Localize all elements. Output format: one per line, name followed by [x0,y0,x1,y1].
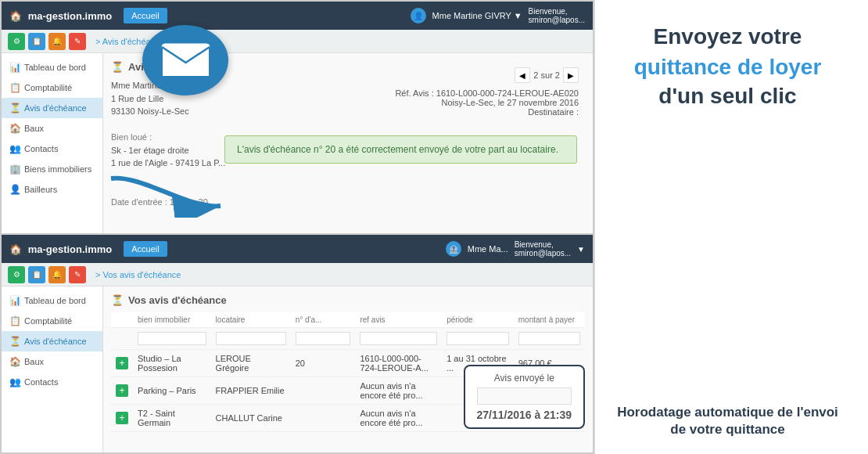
add-row-btn-2[interactable]: + [116,384,128,397]
bottom-toolbar: ⚙ 📋 🔔 ✎ > Vos avis d'échéance [2,263,593,286]
col-montant: montant à payer [514,312,585,328]
add-row-btn-1[interactable]: + [116,357,128,369]
screenshot-bottom: 🏠 ma-gestion.immo Accueil 🏦 Mme Ma... Bi… [0,235,594,454]
timestamp-badge: Avis envoyé le 27/11/2016 à 21:39 [464,365,585,429]
row-bien-2: Parking – Paris [133,377,211,405]
compta-icon-b: 📋 [9,315,20,326]
sidebar-b-baux[interactable]: 🏠 Baux [2,351,102,372]
baux-icon-b: 🏠 [9,356,20,367]
filter-num-input[interactable] [296,332,351,345]
row-locataire-3: CHALLUT Carine [211,405,291,432]
bottom-logo: 🏠 ma-gestion.immo [9,243,112,255]
col-bien: bien immobilier [133,312,211,328]
tb-btn-red[interactable]: ✎ [69,33,86,50]
add-row-btn-3[interactable]: + [116,412,128,424]
dashboard-icon: 📊 [9,62,20,73]
top-header: 🏠 ma-gestion.immo Accueil 👤 Mme Martine … [2,2,593,30]
house-icon: 🏠 [9,10,22,22]
biens-icon: 🏢 [9,164,20,175]
col-periode: période [442,312,514,328]
filter-periode [442,328,514,350]
promo-subtitle: d'un seul clic [658,84,796,109]
row-ref-3: Aucun avis n'a encore été pro... [355,405,442,432]
row-num-2 [291,377,356,405]
email-icon-circle [142,25,228,95]
row-ref-2: Aucun avis n'a encore été pro... [355,377,442,405]
timestamp-value: 27/11/2016 à 21:39 [477,409,572,421]
filter-row [111,328,585,350]
sidebar-item-baux[interactable]: 🏠 Baux [2,118,102,139]
filter-montant-input[interactable] [518,332,580,345]
filter-montant [514,328,585,350]
prev-page-btn[interactable]: ◀ [515,67,530,83]
bottom-table-header-row: bien immobilier locataire n° d'a... ref … [111,312,585,328]
sidebar-b-contacts[interactable]: 👥 Contacts [2,372,102,392]
sidebar-b-compta[interactable]: 📋 Comptabilité [2,311,102,331]
dashboard-icon-b: 📊 [9,295,20,306]
filter-locataire [211,328,291,350]
avis-icon-b: ⏳ [9,336,20,347]
success-message: L'avis d'échéance n° 20 a été correcteme… [224,135,577,164]
user-area-bottom: 🏦 Mme Ma... Bienvenue, smiron@lapos... ▼ [446,240,585,258]
tb-btn-orange-b[interactable]: 🔔 [48,266,66,283]
row-locataire-1: LEROUE Grégoire [211,350,291,377]
tb-btn-blue[interactable]: 📋 [28,33,45,50]
promo-highlight: quittance de loyer [634,54,822,81]
user-icon-top: 👤 [411,8,426,23]
sidebar-item-tableau[interactable]: 📊 Tableau de bord [2,57,102,77]
row-plus-3: + [111,405,133,432]
top-toolbar: ⚙ 📋 🔔 ✎ > Avis d'échéance [2,30,593,53]
user-email-bottom: Bienvenue, smiron@lapos... [515,240,571,258]
user-icon-bottom: 🏦 [446,241,461,257]
row-bien-3: T2 - Saint Germain [133,405,211,432]
user-area-top: 👤 Mme Martine GIVRY ▼ Bienvenue,smiron@l… [411,7,585,24]
breadcrumb-bottom: > Vos avis d'échéance [95,270,181,279]
tb-btn-green[interactable]: ⚙ [8,33,25,50]
right-panel: Envoyez votre quittance de loyer d'un se… [594,0,868,454]
col-num: n° d'a... [291,312,356,328]
filter-bien [133,328,211,350]
comptabilite-icon: 📋 [9,82,20,93]
row-locataire-2: FRAPPIER Emilie [211,377,291,405]
sidebar-b-avis[interactable]: ⏳ Avis d'échéance [2,331,102,351]
top-main-layout: 📊 Tableau de bord 📋 Comptabilité ⏳ Avis … [2,53,593,233]
bottom-main-layout: 📊 Tableau de bord 📋 Comptabilité ⏳ Avis … [2,286,593,452]
bottom-header: 🏠 ma-gestion.immo Accueil 🏦 Mme Ma... Bi… [2,235,593,263]
contacts-icon-b: 👥 [9,377,20,387]
timestamp-input-display [477,387,572,405]
row-plus-2: + [111,377,133,405]
sidebar-item-bailleurs[interactable]: 👤 Bailleurs [2,179,102,200]
horodatage-title: Horodatage automatique de l'envoi de vot… [611,404,845,438]
svg-rect-0 [162,44,210,77]
row-plus-1: + [111,350,133,377]
screenshots-panel: 🏠 ma-gestion.immo Accueil 👤 Mme Martine … [0,0,594,454]
sidebar-item-biens[interactable]: 🏢 Biens immobiliers [2,159,102,179]
filter-ref-input[interactable] [360,332,437,345]
pagination-top: ◀ 2 sur 2 ▶ [515,67,579,83]
next-page-btn[interactable]: ▶ [563,67,579,83]
tb-btn-blue-b[interactable]: 📋 [28,266,45,283]
accueil-btn-bottom[interactable]: Accueil [124,241,167,257]
row-bien-1: Studio – La Possesion [133,350,211,377]
top-sidebar: 📊 Tableau de bord 📋 Comptabilité ⏳ Avis … [2,53,103,233]
user-email-top: Bienvenue,smiron@lapos... [529,7,585,24]
screenshot-top: 🏠 ma-gestion.immo Accueil 👤 Mme Martine … [0,0,594,235]
tb-btn-orange[interactable]: 🔔 [48,33,66,50]
row-ref-1: 1610-L000-000-724-LEROUE-A... [355,350,442,377]
tb-btn-red-b[interactable]: ✎ [69,266,86,283]
tb-btn-green-b[interactable]: ⚙ [8,266,25,283]
house-icon-bottom: 🏠 [9,243,22,255]
sidebar-item-comptabilite[interactable]: 📋 Comptabilité [2,77,102,98]
contacts-icon: 👥 [9,143,20,154]
timestamp-label: Avis envoyé le [477,373,572,384]
baux-icon: 🏠 [9,123,20,134]
filter-locataire-input[interactable] [216,332,286,345]
sidebar-item-avis[interactable]: ⏳ Avis d'échéance [2,98,102,118]
accueil-btn-top[interactable]: Accueil [124,8,167,23]
user-name-top: Mme Martine GIVRY ▼ [432,11,522,20]
bottom-page-title: ⏳ Vos avis d'échéance [111,294,585,306]
sidebar-item-contacts[interactable]: 👥 Contacts [2,139,102,159]
sidebar-b-tableau[interactable]: 📊 Tableau de bord [2,290,102,311]
filter-periode-input[interactable] [447,332,509,345]
filter-bien-input[interactable] [138,332,206,345]
